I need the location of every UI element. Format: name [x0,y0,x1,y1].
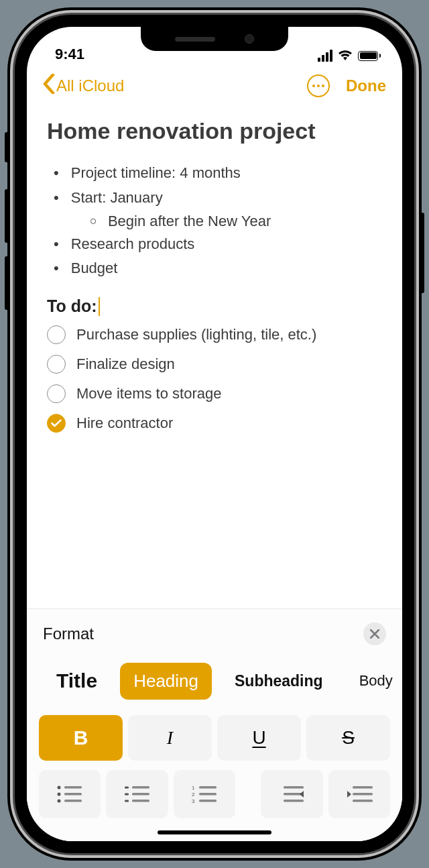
format-panel-title: Format [43,625,94,643]
checkbox-unchecked-icon[interactable] [47,325,66,344]
bullet-item[interactable]: Start: January [54,188,382,209]
bullet-item[interactable]: Research products [54,234,382,255]
close-icon [370,629,379,639]
svg-rect-15 [199,786,217,789]
checklist-item[interactable]: Purchase supplies (lighting, tile, etc.) [47,325,382,344]
note-title[interactable]: Home renovation project [47,118,382,144]
svg-text:1: 1 [192,785,195,791]
checklist-item-label: Finalize design [76,356,175,373]
svg-rect-9 [132,786,149,789]
ellipsis-icon [312,85,315,87]
svg-rect-18 [284,786,304,789]
done-button[interactable]: Done [346,76,386,95]
svg-text:2: 2 [192,792,195,798]
bullet-sub-item[interactable]: Begin after the New Year [90,213,382,230]
text-cursor [99,297,100,316]
checkbox-unchecked-icon[interactable] [47,355,66,374]
checklist-item-label: Hire contractor [76,415,173,432]
note-heading[interactable]: To do: [47,296,382,316]
svg-rect-5 [64,800,82,802]
svg-rect-16 [199,793,217,796]
svg-rect-21 [353,786,373,789]
checklist-item[interactable]: Finalize design [47,355,382,374]
checklist-item-label: Move items to storage [76,385,221,402]
checklist-item-label: Purchase supplies (lighting, tile, etc.) [76,326,316,343]
numbered-list-button[interactable]: 123 [174,770,235,818]
svg-rect-6 [125,787,129,789]
nav-bar: All iCloud Done [27,66,402,106]
checkbox-unchecked-icon[interactable] [47,384,66,403]
note-content[interactable]: Home renovation project Project timeline… [27,106,402,608]
dashed-list-button[interactable] [106,770,168,818]
svg-rect-17 [199,800,217,802]
back-label: All iCloud [56,76,124,95]
close-format-button[interactable] [363,622,386,645]
svg-rect-3 [64,786,82,789]
chevron-left-icon [43,74,55,98]
more-options-button[interactable] [307,74,330,97]
strikethrough-button[interactable]: S [306,715,390,761]
svg-point-2 [58,800,61,803]
bulleted-list-button[interactable] [39,770,101,818]
svg-rect-20 [284,800,304,802]
format-panel: Format Title Heading Subheading Body B I… [27,608,402,841]
svg-rect-8 [125,800,129,802]
svg-rect-4 [64,793,82,796]
style-title-button[interactable]: Title [43,661,111,700]
underline-button[interactable]: U [217,715,301,761]
svg-rect-10 [132,793,149,796]
bullet-list[interactable]: Project timeline: 4 monthsStart: January… [47,163,382,279]
style-subheading-button[interactable]: Subheading [221,664,336,698]
svg-rect-22 [353,793,373,796]
svg-text:3: 3 [192,798,195,804]
svg-point-0 [58,786,61,790]
text-format-row: B I U S [39,715,390,761]
indent-button[interactable] [328,770,390,818]
outdent-button[interactable] [261,770,322,818]
list-format-row: 123 [39,770,390,818]
checklist[interactable]: Purchase supplies (lighting, tile, etc.)… [47,325,382,433]
home-indicator[interactable] [158,830,271,834]
battery-icon [358,51,381,61]
cellular-signal-icon [318,50,332,62]
wifi-icon [337,48,353,63]
bullet-item[interactable]: Budget [54,258,382,279]
checklist-item[interactable]: Move items to storage [47,384,382,403]
bullet-item[interactable]: Project timeline: 4 months [54,163,382,184]
svg-rect-11 [132,800,149,802]
clock: 9:41 [55,46,84,63]
checkbox-checked-icon[interactable] [47,414,66,433]
checklist-item[interactable]: Hire contractor [47,414,382,433]
svg-point-1 [58,793,61,796]
bold-button[interactable]: B [39,715,123,761]
svg-rect-7 [125,794,129,796]
back-button[interactable]: All iCloud [43,74,124,98]
style-body-button[interactable]: Body [346,664,402,698]
italic-button[interactable]: I [128,715,212,761]
style-heading-button[interactable]: Heading [120,663,212,700]
paragraph-style-row: Title Heading Subheading Body [39,661,390,700]
svg-rect-23 [353,800,373,802]
